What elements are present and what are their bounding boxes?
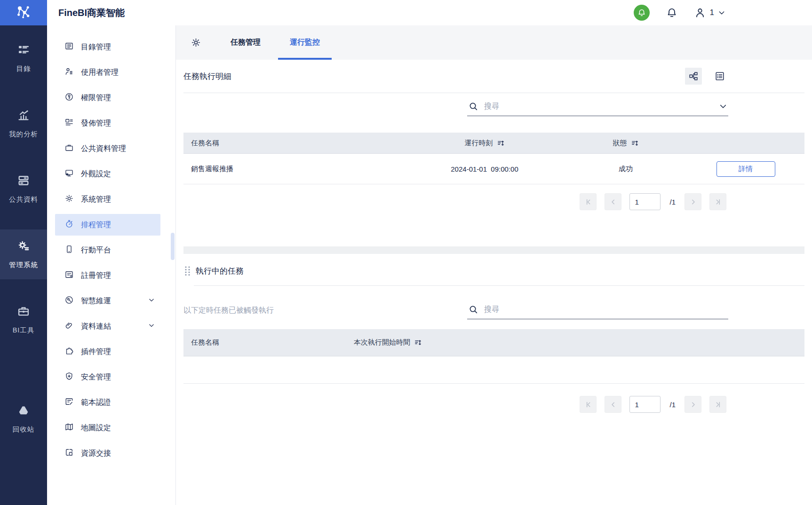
page-first-button[interactable]: [580, 396, 597, 413]
search-input[interactable]: [484, 102, 713, 110]
rail-label: BI工具: [13, 326, 35, 335]
toolbox-icon: [17, 305, 30, 320]
puzzle-icon: [64, 346, 74, 357]
sidebar-item-publish-mgmt[interactable]: 發佈管理: [47, 110, 175, 136]
column-header-start-time: 本次執行開始時間: [354, 338, 410, 347]
sidebar-item-mobile-platform[interactable]: 行動平台: [47, 237, 175, 263]
sidebar-item-user-mgmt[interactable]: 使用者管理: [47, 60, 175, 85]
sidebar-item-public-data-mgmt[interactable]: 公共資料管理: [47, 136, 175, 161]
gear-icon: [64, 194, 74, 205]
panel1-title: 任務執行明細: [183, 71, 231, 82]
page-first-button[interactable]: [580, 193, 597, 210]
panel-splitter[interactable]: [183, 246, 804, 254]
page-prev-button[interactable]: [605, 396, 621, 413]
sidebar-item-resource-handover[interactable]: 資源交接: [47, 441, 175, 466]
sidebar-item-label: 目錄管理: [81, 42, 111, 52]
sidebar-item-label: 安全管理: [81, 372, 111, 382]
rail-item-recycle-bin[interactable]: 回收站: [0, 386, 47, 451]
tab-task-management[interactable]: 任務管理: [231, 25, 261, 60]
chevron-down-icon: [718, 9, 725, 16]
briefcase-icon: [64, 143, 74, 154]
rail-item-public-data[interactable]: 公共資料: [0, 156, 47, 221]
data-layers-icon: [17, 174, 30, 189]
sidebar-item-label: 系統管理: [81, 195, 111, 205]
page-next-button[interactable]: [685, 193, 701, 210]
document-pen-icon: [64, 397, 74, 408]
app-logo[interactable]: [0, 0, 47, 25]
sidebar-item-security-mgmt[interactable]: 安全管理: [47, 364, 175, 390]
rail-label: 我的分析: [9, 130, 38, 139]
sort-icon[interactable]: [631, 139, 639, 147]
chevron-down-icon: [148, 322, 155, 331]
rail-item-bi-tools[interactable]: BI工具: [0, 287, 47, 352]
detail-button[interactable]: 詳情: [716, 161, 775, 177]
sidebar-item-label: 智慧維運: [81, 296, 111, 306]
sidebar-item-appearance[interactable]: 外觀設定: [47, 161, 175, 187]
bell-icon[interactable]: [666, 7, 678, 19]
panel2-divider: [194, 285, 804, 286]
app-title: FineBI商業智能: [58, 0, 125, 25]
sidebar-item-smart-ops[interactable]: 智慧維運: [47, 288, 175, 314]
page-next-button[interactable]: [685, 396, 701, 413]
running-tasks-table: 任務名稱 本次執行開始時間: [183, 329, 804, 384]
list-view-toggle[interactable]: [711, 68, 728, 85]
page-prev-button[interactable]: [605, 193, 621, 210]
sidebar-item-label: 使用者管理: [81, 68, 119, 78]
sidebar-item-map-settings[interactable]: 地圖設定: [47, 415, 175, 441]
rail-label: 目錄: [16, 64, 31, 73]
sidebar-item-register-mgmt[interactable]: 註冊管理: [47, 263, 175, 288]
sidebar-item-data-connection[interactable]: 資料連結: [47, 314, 175, 339]
rail-label: 管理系統: [9, 260, 38, 269]
main-content: 任務管理 運行監控 任務執行明細: [176, 25, 812, 505]
settings-gear-icon[interactable]: [191, 37, 201, 48]
sidebar-item-permission-mgmt[interactable]: 權限管理: [47, 85, 175, 110]
task-search-box: [467, 99, 728, 116]
tree-view-toggle[interactable]: [685, 68, 702, 85]
table-row: 銷售週報推播 2024-01-01 09:00:00 成功 詳情: [183, 154, 804, 184]
table-header-row: 任務名稱 運行時刻 狀態: [183, 133, 804, 154]
sidebar-item-label: 外觀設定: [81, 169, 111, 179]
handover-icon: [64, 448, 74, 459]
mobile-icon: [64, 245, 74, 256]
drag-handle-dots-icon[interactable]: [183, 265, 192, 276]
page-total: /1: [669, 198, 676, 206]
molecule-logo-icon: [14, 2, 33, 23]
analysis-chart-icon: [17, 109, 30, 124]
rail-item-admin-system[interactable]: 管理系統: [0, 221, 47, 287]
sidebar-item-label: 註冊管理: [81, 271, 111, 281]
sidebar-item-system-mgmt[interactable]: 系統管理: [47, 187, 175, 212]
sidebar-item-catalog-mgmt[interactable]: 目錄管理: [47, 34, 175, 60]
sidebar-scrollbar[interactable]: [171, 233, 175, 260]
page-number-input[interactable]: [629, 193, 661, 210]
sidebar-item-label: 範本認證: [81, 398, 111, 408]
page-last-button[interactable]: [709, 396, 726, 413]
sidebar-item-plugin-mgmt[interactable]: 插件管理: [47, 339, 175, 364]
list-view-icon: [715, 71, 725, 81]
layout-lines-icon: [64, 118, 74, 129]
notification-bell-icon[interactable]: [634, 5, 650, 21]
sort-icon[interactable]: [497, 139, 505, 147]
sort-icon[interactable]: [414, 339, 422, 347]
rail-item-catalog[interactable]: 目錄: [0, 25, 47, 91]
search-input[interactable]: [484, 305, 727, 314]
page-last-button[interactable]: [709, 193, 726, 210]
task-name-cell: 銷售週報推播: [183, 165, 405, 174]
column-header-run-time: 運行時刻: [465, 139, 493, 148]
rail-label: 回收站: [13, 425, 35, 434]
user-menu[interactable]: 1: [694, 7, 725, 19]
task-execution-table: 任務名稱 運行時刻 狀態: [183, 133, 804, 184]
rail-item-my-analysis[interactable]: 我的分析: [0, 91, 47, 156]
person-icon: [694, 7, 706, 19]
page-total: /1: [669, 401, 676, 409]
page-number-input[interactable]: [629, 396, 661, 413]
sidebar-item-template-cert[interactable]: 範本認證: [47, 390, 175, 415]
rail-label: 公共資料: [9, 195, 38, 204]
search-icon: [468, 101, 478, 111]
sidebar-item-label: 排程管理: [81, 220, 111, 230]
sidebar-item-schedule-mgmt[interactable]: 排程管理: [55, 214, 160, 236]
tab-run-monitoring[interactable]: 運行監控: [290, 25, 320, 60]
search-icon: [468, 304, 478, 315]
stopwatch-icon: [64, 219, 74, 230]
sidebar-item-label: 插件管理: [81, 347, 111, 357]
filter-chevron-down-icon[interactable]: [719, 102, 727, 110]
